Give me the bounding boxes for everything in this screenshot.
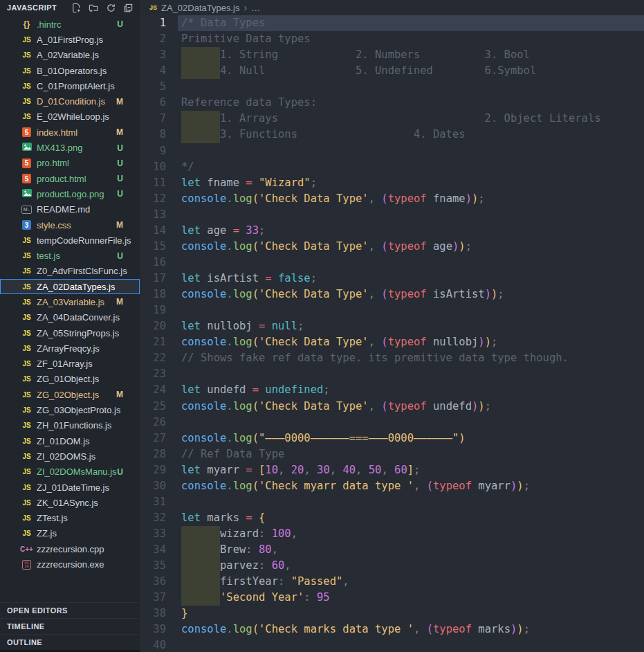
file-item-zzzrecursion.cpp[interactable]: C++zzzrecursion.cpp — [0, 541, 140, 556]
code-line[interactable]: 17let isArtist = false; — [140, 271, 644, 287]
breadcrumb-filename[interactable]: ZA_02DataTypes.js — [161, 3, 239, 13]
breadcrumb: JS ZA_02DataTypes.js › … — [140, 0, 644, 15]
code-line[interactable]: 8 3. Functions 4. Dates — [140, 127, 644, 143]
code-line[interactable]: 31 — [140, 494, 644, 510]
file-item-ZArrayFreqcy.js[interactable]: JSZArrayFreqcy.js — [0, 341, 140, 356]
code-line[interactable]: 3 1. String 2. Numbers 3. Bool — [140, 47, 644, 63]
file-item-README.md[interactable]: M↓README.md — [0, 202, 140, 217]
file-item-zzzrecursion.exe[interactable]: 0110zzzrecursion.exe — [0, 556, 140, 572]
code-line[interactable]: 20let nullobj = null; — [140, 318, 644, 334]
section-header-timeline[interactable]: TIMELINE — [0, 618, 140, 634]
code-line[interactable]: 30console.log('Check myarr data type ', … — [140, 478, 644, 494]
line-number: 5 — [140, 79, 166, 95]
code-line[interactable]: 13 — [140, 207, 644, 223]
code-line[interactable]: 28// Ref Data Type — [140, 446, 644, 462]
file-item-productLogo.png[interactable]: productLogo.pngU — [0, 186, 140, 201]
code-line[interactable]: 9 — [140, 143, 644, 159]
code-line[interactable]: 24let undefd = undefined; — [140, 382, 644, 398]
code-line[interactable]: 14let age = 33; — [140, 223, 644, 239]
file-item-ZI_02DOMsManu.js[interactable]: JSZI_02DOMsManu.jsU — [0, 464, 140, 480]
file-name: ZG_01Object.js — [37, 374, 99, 384]
file-icon-wrap: JS — [21, 375, 33, 383]
explorer-section-header[interactable]: JAVASCRIPT — [0, 0, 140, 15]
code-line[interactable]: 27console.log("———0000——————===———0000——… — [140, 431, 644, 446]
code-line[interactable]: 34 Brew: 80, — [140, 542, 644, 558]
code-line[interactable]: 15console.log('Check Data Type', (typeof… — [140, 239, 644, 255]
code-line-text — [178, 415, 644, 431]
file-item-C_01PromptAlert.js[interactable]: JSC_01PromptAlert.js — [0, 78, 140, 93]
code-line[interactable]: 33 wizard: 100, — [140, 526, 644, 542]
code-line[interactable]: 10*/ — [140, 159, 644, 175]
file-name: ZA_03Variable.js — [37, 297, 104, 307]
code-area[interactable]: 1/* Data Types2Primitive Data types3 1. … — [140, 15, 644, 652]
file-item-B_01Operators.js[interactable]: JSB_01Operators.js — [0, 63, 140, 78]
file-item-ZA_03Variable.js[interactable]: JSZA_03Variable.jsM — [0, 294, 140, 309]
code-line[interactable]: 1/* Data Types — [140, 15, 644, 31]
file-item-index.html[interactable]: 5index.htmlM — [0, 125, 140, 140]
file-item-pro.html[interactable]: 5pro.htmlU — [0, 156, 140, 171]
code-line[interactable]: 23 — [140, 366, 644, 382]
new-folder-button[interactable] — [87, 1, 100, 14]
code-line[interactable]: 32let marks = { — [140, 510, 644, 526]
file-item-ZJ_01DateTime.js[interactable]: JSZJ_01DateTime.js — [0, 480, 140, 495]
file-item-ZH_01Functions.js[interactable]: JSZH_01Functions.js — [0, 418, 140, 433]
file-item-ZA_05StringProps.js[interactable]: JSZA_05StringProps.js — [0, 325, 140, 341]
code-line[interactable]: 19 — [140, 302, 644, 318]
new-file-button[interactable] — [70, 1, 82, 14]
file-item-ZI_01DOM.js[interactable]: JSZI_01DOM.js — [0, 433, 140, 449]
file-item-E_02WhileLoop.js[interactable]: JSE_02WhileLoop.js — [0, 109, 140, 125]
line-number: 29 — [140, 462, 166, 478]
code-line[interactable]: 37 'Second Year': 95 — [140, 590, 644, 606]
file-item-.hintrc[interactable]: {}.hintrcU — [0, 17, 140, 32]
section-header-outline[interactable]: OUTLINE — [0, 634, 140, 650]
refresh-button[interactable] — [104, 1, 117, 14]
file-item-style.css[interactable]: 3style.cssM — [0, 217, 140, 233]
json-file-icon: {} — [24, 19, 30, 29]
code-line[interactable]: 26 — [140, 415, 644, 431]
file-item-product.html[interactable]: 5product.htmlU — [0, 171, 140, 186]
file-item-ZG_02Object.js[interactable]: JSZG_02Object.jsM — [0, 387, 140, 402]
file-item-A_01FirstProg.js[interactable]: JSA_01FirstProg.js — [0, 32, 140, 47]
code-line[interactable]: 36 firstYear: "Passed", — [140, 574, 644, 590]
file-item-ZTest.js[interactable]: JSZTest.js — [0, 511, 140, 526]
code-line[interactable]: 11let fname = "Wizard"; — [140, 175, 644, 191]
explorer-sidebar: JAVASCRIPT — [0, 0, 140, 652]
code-line[interactable]: 25console.log('Check Data Type', (typeof… — [140, 399, 644, 415]
code-line[interactable]: 16 — [140, 255, 644, 271]
file-item-Z0_AdvFirstClsFunc.js[interactable]: JSZ0_AdvFirstClsFunc.js — [0, 264, 140, 279]
code-line[interactable]: 5 — [140, 79, 644, 95]
file-item-ZF_01Array.js[interactable]: JSZF_01Array.js — [0, 356, 140, 372]
code-line[interactable]: 12console.log('Check Data Type', (typeof… — [140, 191, 644, 207]
file-item-tempCodeRunnerFile.js[interactable]: JStempCodeRunnerFile.js — [0, 233, 140, 248]
code-line[interactable]: 7 1. Arrays 2. Object Literals — [140, 111, 644, 127]
file-item-D_01Condition.js[interactable]: JSD_01Condition.jsM — [0, 93, 140, 109]
collapse-all-button[interactable] — [122, 1, 134, 14]
code-line[interactable]: 6Reference data Types: — [140, 95, 644, 111]
js-file-icon: JS — [22, 345, 30, 352]
file-item-ZK_01ASync.js[interactable]: JSZK_01ASync.js — [0, 495, 140, 510]
code-line[interactable]: 21console.log('Check Data Type', (typeof… — [140, 334, 644, 350]
code-line[interactable]: 35 parvez: 60, — [140, 558, 644, 574]
file-item-A_02Variable.js[interactable]: JSA_02Variable.js — [0, 48, 140, 63]
file-item-ZA_04DataConver.js[interactable]: JSZA_04DataConver.js — [0, 310, 140, 325]
line-number: 32 — [140, 510, 166, 526]
file-item-ZG_01Object.js[interactable]: JSZG_01Object.js — [0, 372, 140, 387]
code-line[interactable]: 2Primitive Data types — [140, 31, 644, 47]
code-line[interactable]: 29let myarr = [10, 20, 30, 40, 50, 60]; — [140, 462, 644, 478]
file-item-ZG_03ObjectProto.js[interactable]: JSZG_03ObjectProto.js — [0, 402, 140, 417]
code-line[interactable]: 22// Shows fake ref data type. its premi… — [140, 350, 644, 366]
section-header-open-editors[interactable]: OPEN EDITORS — [0, 602, 140, 618]
line-number: 19 — [140, 302, 166, 318]
code-line[interactable]: 18console.log('Check Data Type', (typeof… — [140, 287, 644, 302]
file-item-test.js[interactable]: JStest.jsU — [0, 248, 140, 263]
breadcrumb-ellipsis[interactable]: … — [251, 3, 260, 13]
line-number: 36 — [140, 574, 166, 590]
file-item-ZI_02DOMS.js[interactable]: JSZI_02DOMS.js — [0, 449, 140, 464]
code-line[interactable]: 40 — [140, 637, 644, 652]
file-item-ZZ.js[interactable]: JSZZ.js — [0, 526, 140, 541]
code-line[interactable]: 4 4. Null 5. Undefined 6.Symbol — [140, 63, 644, 79]
code-line[interactable]: 38} — [140, 606, 644, 622]
file-item-ZA_02DataTypes.js[interactable]: JSZA_02DataTypes.js — [0, 279, 140, 294]
code-line[interactable]: 39console.log('Check marks data type ', … — [140, 622, 644, 637]
file-item-MX413.png[interactable]: MX413.pngU — [0, 140, 140, 155]
